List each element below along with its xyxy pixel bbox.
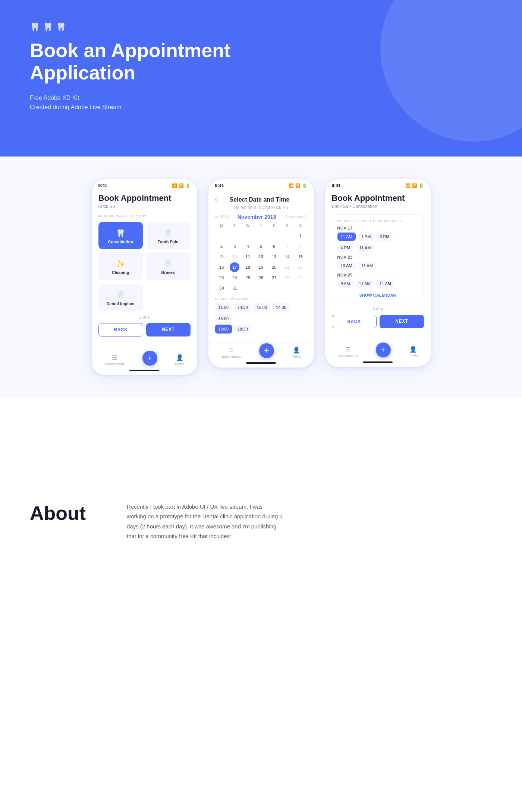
cal-day-13[interactable]: 13: [269, 252, 279, 262]
cal-day-19[interactable]: 19: [256, 262, 266, 272]
slot-1500a[interactable]: 15:00: [254, 303, 271, 312]
cal-month-prev: er 2018: [215, 215, 229, 219]
cal-day-11[interactable]: 11: [243, 252, 253, 262]
nearest-label: NEAREST ALAN PETERSON SLOTS: [337, 219, 418, 223]
cal-day-28[interactable]: 28: [283, 273, 292, 282]
nov25-slot-9am[interactable]: 9 AM: [337, 279, 353, 288]
cal-day-2[interactable]: 2: [217, 241, 226, 251]
cal-day-20[interactable]: 20: [269, 262, 279, 272]
phone2-nav-appointments[interactable]: ☰ Appointments: [221, 347, 241, 358]
service-brases[interactable]: 🦷 Brases: [146, 252, 191, 280]
date-nov17: NOV 17: [337, 226, 418, 230]
cal-day-16[interactable]: 16: [217, 262, 226, 272]
cal-day-26[interactable]: 26: [256, 273, 266, 282]
weekday-s1: S: [281, 222, 294, 229]
service-consultation[interactable]: 🦷 Consultation: [98, 222, 143, 249]
nov17-slot-4pm[interactable]: 4 PM: [337, 244, 354, 252]
service-dental-implant[interactable]: 🦷 Dental Implant: [98, 284, 143, 311]
status-bar-3: 9:41 📶 🛜 🔋: [325, 179, 431, 190]
cal-day-31[interactable]: 31: [230, 283, 239, 293]
slot-1100[interactable]: 11:00: [215, 303, 232, 312]
phone3-nav-profile[interactable]: 👤 Profile: [408, 346, 418, 358]
cal-day-30[interactable]: 30: [217, 283, 226, 293]
phone3-subtitle: Erick Su • Consultation: [332, 204, 424, 209]
cal-day-17[interactable]: 17: [230, 262, 239, 272]
cal-day-21[interactable]: 21: [283, 262, 292, 272]
status-time-1: 9:41: [98, 183, 107, 188]
nov17-slot-3pm[interactable]: 3 PM: [376, 233, 393, 241]
cal-day-empty2: [230, 231, 239, 241]
service-toothpain[interactable]: 🦷 Tooth Pain: [146, 222, 191, 249]
phone1-nav-fab[interactable]: +: [142, 351, 157, 366]
calendar-nav: er 2018 November 2018 December 2: [215, 214, 307, 220]
phone3-title: Book Appointment: [332, 193, 424, 203]
nov25-slot-11am-b[interactable]: 11 AM: [376, 279, 394, 288]
phone3-next-button[interactable]: NEXT: [380, 315, 424, 328]
battery-icon-2: 🔋: [302, 183, 307, 188]
phone3-home-indicator: [363, 361, 393, 363]
phone3-nav-buttons: BACK NEXT: [332, 315, 424, 328]
cal-day-25[interactable]: 25: [243, 273, 253, 282]
cal-day-6[interactable]: 6: [269, 241, 279, 251]
cal-day-18[interactable]: 18: [243, 262, 253, 272]
nov17-slot-1pm[interactable]: 1 PM: [358, 233, 374, 241]
nov17-slot-11am[interactable]: 11 AM: [337, 233, 356, 241]
spacer: [0, 398, 522, 472]
phone2-nav-fab[interactable]: +: [259, 343, 274, 358]
slot-1430b[interactable]: 14:30: [273, 303, 290, 312]
cal-day-15[interactable]: 15: [296, 252, 305, 262]
cal-day-12[interactable]: 12: [256, 252, 266, 262]
profile-icon-1: 👤: [176, 354, 183, 361]
cal-day-9[interactable]: 9: [217, 252, 226, 262]
cal-day-7[interactable]: 7: [283, 241, 292, 251]
nov17-slots-row: 11 AM 1 PM 3 PM: [337, 233, 418, 241]
phone3-nav-appointments[interactable]: ☰ Appointments: [337, 346, 358, 358]
phone1-nav-profile[interactable]: 👤 Profile: [175, 354, 185, 366]
cal-day-14[interactable]: 14: [283, 252, 292, 262]
tooth-icon-1: 🦷: [30, 22, 40, 32]
profile-icon-3: 👤: [409, 346, 417, 353]
service-grid: 🦷 Consultation 🦷 Tooth Pain ✨ Cleaning 🦷…: [98, 222, 191, 280]
weekday-w: W: [241, 222, 254, 229]
cal-day-29[interactable]: 29: [296, 273, 305, 282]
phone2-header-title: Select Date and Time: [221, 196, 298, 203]
slot-1500b[interactable]: 15:00: [215, 314, 232, 323]
dental-implant-icon: 🦷: [116, 291, 125, 300]
cal-day-8[interactable]: 8: [296, 241, 305, 251]
status-time-2: 9:41: [215, 183, 224, 188]
cal-day-4[interactable]: 4: [243, 241, 253, 251]
phone2-nav-profile[interactable]: 👤 Profile: [292, 347, 301, 358]
phone3-nav-fab[interactable]: +: [376, 342, 391, 357]
cal-day-1[interactable]: 1: [296, 231, 305, 241]
about-text: Recently I took part in Adobe UI / UX li…: [127, 502, 283, 541]
cal-day-23[interactable]: 23: [217, 273, 226, 282]
status-bar-1: 9:41 📶 🛜 🔋: [92, 179, 197, 190]
cal-day-27[interactable]: 27: [269, 273, 279, 282]
phone2-back-icon[interactable]: ‹: [215, 196, 217, 203]
slot-1430a[interactable]: 14:30: [234, 303, 251, 312]
toothpain-label: Tooth Pain: [158, 240, 179, 244]
cal-day-24[interactable]: 24: [230, 273, 239, 282]
nov23-slot-11am[interactable]: 11 AM: [358, 262, 376, 270]
phone3-back-button[interactable]: BACK: [332, 315, 377, 328]
nov25-slot-11am-a[interactable]: 11 AM: [356, 279, 374, 288]
cal-day-3[interactable]: 3: [230, 241, 239, 251]
phones-section: 9:41 📶 🛜 🔋 Book Appointment Erick Su NOW…: [0, 157, 522, 398]
show-calendar-link[interactable]: SHOW CALENDAR: [337, 291, 418, 298]
about-section: About Recently I took part in Adobe UI /…: [0, 472, 522, 571]
hero-tooth-icons: 🦷 🦷 🦷: [30, 22, 492, 32]
nov17-slot-11am-b[interactable]: 11 AM: [356, 244, 374, 252]
phone1-next-button[interactable]: NEXT: [146, 323, 191, 337]
nov17-slots-row2: 4 PM 11 AM: [337, 244, 418, 252]
phone1-back-button[interactable]: BACK: [98, 323, 144, 337]
service-cleaning[interactable]: ✨ Cleaning: [98, 252, 143, 280]
slot-1800[interactable]: 18:00: [215, 325, 232, 334]
cal-day-5[interactable]: 5: [256, 241, 266, 251]
cal-day-22[interactable]: 22: [296, 262, 305, 272]
slot-1830[interactable]: 18:30: [234, 325, 251, 334]
cal-day-10[interactable]: 10: [230, 252, 239, 262]
nov23-slot-10am[interactable]: 10 AM: [337, 262, 356, 270]
cleaning-label: Cleaning: [112, 270, 129, 275]
phone1-nav-appointments[interactable]: ☰ Appointments: [104, 354, 125, 366]
battery-icon-1: 🔋: [185, 183, 191, 188]
